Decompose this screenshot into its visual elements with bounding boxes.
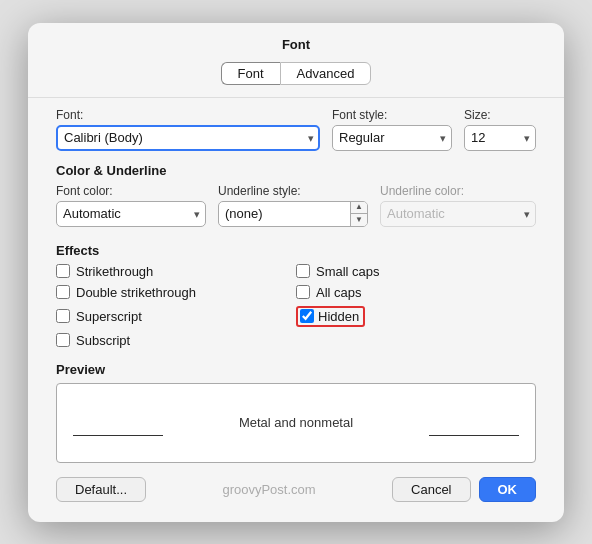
- hidden-highlight-box: Hidden: [296, 306, 365, 327]
- underline-style-spinner: (none) ▲ ▼: [218, 201, 368, 227]
- font-select-wrapper: Calibri (Body): [56, 125, 320, 151]
- small-caps-checkbox[interactable]: [296, 264, 310, 278]
- watermark: groovyPost.com: [146, 482, 392, 497]
- preview-text: Metal and nonmetal: [239, 415, 353, 430]
- underline-color-select: Automatic: [380, 201, 536, 227]
- subscript-checkbox[interactable]: [56, 333, 70, 347]
- preview-section-title: Preview: [56, 362, 536, 377]
- underline-color-select-wrapper: Automatic: [380, 201, 536, 227]
- font-color-label: Font color:: [56, 184, 206, 198]
- color-underline-section-title: Color & Underline: [56, 163, 536, 178]
- underline-style-up[interactable]: ▲: [351, 202, 367, 215]
- underline-style-field-group: Underline style: (none) ▲ ▼: [218, 184, 368, 227]
- effects-grid: Strikethrough Small caps Double striketh…: [56, 264, 536, 348]
- underline-style-label: Underline style:: [218, 184, 368, 198]
- dialog-title: Font: [28, 23, 564, 52]
- effects-section: Effects Strikethrough Small caps Double …: [56, 243, 536, 348]
- effect-all-caps: All caps: [296, 285, 536, 300]
- hidden-label: Hidden: [318, 309, 359, 324]
- font-style-select[interactable]: Regular: [332, 125, 452, 151]
- strikethrough-label: Strikethrough: [76, 264, 153, 279]
- font-style-field-group: Font style: Regular: [332, 108, 452, 151]
- strikethrough-checkbox[interactable]: [56, 264, 70, 278]
- font-row: Font: Calibri (Body) Font style: Regular…: [56, 108, 536, 151]
- size-select-wrapper: 12: [464, 125, 536, 151]
- superscript-checkbox[interactable]: [56, 309, 70, 323]
- default-button[interactable]: Default...: [56, 477, 146, 502]
- preview-line-left: [73, 435, 163, 436]
- underline-color-field-group: Underline color: Automatic: [380, 184, 536, 227]
- font-color-field-group: Font color: Automatic: [56, 184, 206, 227]
- effect-double-strikethrough: Double strikethrough: [56, 285, 296, 300]
- font-color-select-wrapper: Automatic: [56, 201, 206, 227]
- all-caps-label: All caps: [316, 285, 362, 300]
- font-style-label: Font style:: [332, 108, 452, 122]
- font-color-select[interactable]: Automatic: [56, 201, 206, 227]
- effect-small-caps: Small caps: [296, 264, 536, 279]
- effect-strikethrough: Strikethrough: [56, 264, 296, 279]
- size-label: Size:: [464, 108, 536, 122]
- underline-color-label: Underline color:: [380, 184, 536, 198]
- hidden-checkbox[interactable]: [300, 309, 314, 323]
- font-dialog: Font Font Advanced Font: Calibri (Body) …: [28, 23, 564, 522]
- double-strikethrough-label: Double strikethrough: [76, 285, 196, 300]
- effects-section-title: Effects: [56, 243, 536, 258]
- effect-hidden: Hidden: [296, 306, 536, 327]
- tab-font[interactable]: Font: [221, 62, 280, 85]
- underline-style-value: (none): [219, 206, 350, 221]
- color-underline-row: Font color: Automatic Underline style: (…: [56, 184, 536, 227]
- cancel-button[interactable]: Cancel: [392, 477, 470, 502]
- font-select[interactable]: Calibri (Body): [56, 125, 320, 151]
- size-select[interactable]: 12: [464, 125, 536, 151]
- effect-superscript: Superscript: [56, 306, 296, 327]
- tab-row: Font Advanced: [28, 52, 564, 97]
- tab-advanced[interactable]: Advanced: [280, 62, 372, 85]
- effect-subscript: Subscript: [56, 333, 296, 348]
- ok-button[interactable]: OK: [479, 477, 537, 502]
- underline-style-down[interactable]: ▼: [351, 214, 367, 226]
- preview-line-right: [429, 435, 519, 436]
- small-caps-label: Small caps: [316, 264, 380, 279]
- footer: Default... groovyPost.com Cancel OK: [28, 463, 564, 502]
- superscript-label: Superscript: [76, 309, 142, 324]
- size-field-group: Size: 12: [464, 108, 536, 151]
- font-style-select-wrapper: Regular: [332, 125, 452, 151]
- subscript-label: Subscript: [76, 333, 130, 348]
- preview-box: Metal and nonmetal: [56, 383, 536, 463]
- all-caps-checkbox[interactable]: [296, 285, 310, 299]
- double-strikethrough-checkbox[interactable]: [56, 285, 70, 299]
- font-field-group: Font: Calibri (Body): [56, 108, 320, 151]
- font-label: Font:: [56, 108, 320, 122]
- preview-section: Preview Metal and nonmetal: [56, 362, 536, 463]
